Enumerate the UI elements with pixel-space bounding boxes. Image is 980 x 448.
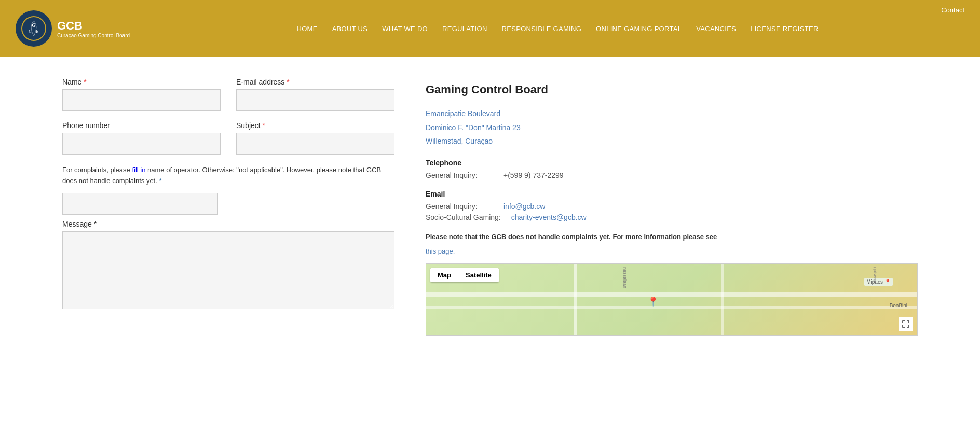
phone-label: Phone number [62,121,221,130]
subject-required: * [263,121,265,130]
complaint-fill-link[interactable]: fill in [132,166,145,174]
map-background: Mipacs 📍 BonBini gatweg nessalaan 📍 [426,264,917,335]
phone-field-group: Phone number [62,121,221,155]
notice-link[interactable]: this page. [426,247,455,255]
nav-online-gaming-portal[interactable]: ONLINE GAMING PORTAL [589,25,689,33]
message-required: * [94,220,97,228]
contact-form: Name * E-mail address * Phone number [62,78,394,336]
telephone-general-value: +(599 9) 737-2299 [503,171,564,179]
complaint-text: For complaints, please fill in name of o… [62,165,394,187]
complaint-required: * [159,177,161,185]
name-input[interactable] [62,89,221,111]
name-field-group: Name * [62,78,221,111]
notice-text: Please note that the GCB does not handle… [426,232,918,243]
message-field-group: Message * [62,220,394,311]
info-column: Gaming Control Board Emancipatie Bouleva… [426,78,918,336]
main-nav: HOME ABOUT US WHAT WE DO REGULATION RESP… [151,25,964,33]
subject-label: Subject * [236,121,394,130]
nav-what-we-do[interactable]: WHAT WE DO [375,25,435,33]
nav-regulation[interactable]: REGULATION [435,25,495,33]
telephone-general-row: General Inquiry: +(599 9) 737-2299 [426,171,918,179]
email-general-row: General Inquiry: info@gcb.cw [426,202,918,211]
telephone-general-label: General Inquiry: [426,171,493,179]
phone-subject-row: Phone number Subject * [62,121,394,155]
contact-link[interactable]: Contact [941,6,964,14]
telephone-section: Telephone General Inquiry: +(599 9) 737-… [426,159,918,179]
nav-about-us[interactable]: ABOUT US [325,25,375,33]
message-textarea[interactable] [62,231,394,309]
address-line-2: Dominico F. "Don" Martina 23 [426,121,918,135]
satellite-btn[interactable]: Satellite [458,268,499,282]
map-btn[interactable]: Map [430,268,458,282]
nav-vacancies[interactable]: VACANCIES [689,25,743,33]
email-required: * [287,78,289,86]
email-socio-row: Socio-Cultural Gaming: charity-events@gc… [426,213,918,221]
email-input[interactable] [236,89,394,111]
email-socio-value: charity-events@gcb.cw [511,213,587,221]
email-socio-link[interactable]: charity-events@gcb.cw [511,213,587,221]
subject-field-group: Subject * [236,121,394,155]
email-label: E-mail address * [236,78,394,86]
subject-input[interactable] [236,133,394,155]
nav-responsible-gaming[interactable]: RESPONSIBLE GAMING [495,25,589,33]
message-label: Message * [62,220,394,228]
complaint-input-group [62,193,218,215]
email-section: Email General Inquiry: info@gcb.cw Socio… [426,190,918,221]
complaint-input[interactable] [62,193,218,215]
email-general-value: info@gcb.cw [503,202,545,211]
phone-input[interactable] [62,133,221,155]
name-required: * [84,78,86,86]
nav-license-register[interactable]: LICENSE REGISTER [743,25,826,33]
email-general-link[interactable]: info@gcb.cw [503,202,545,211]
email-title: Email [426,190,918,198]
address-line-1: Emancipatie Boulevard [426,107,918,121]
main-content: Name * E-mail address * Phone number [0,57,980,357]
name-email-row: Name * E-mail address * [62,78,394,111]
address-block: Emancipatie Boulevard Dominico F. "Don" … [426,107,918,148]
complaint-section: For complaints, please fill in name of o… [62,165,394,215]
svg-text:C: C [29,29,31,34]
site-header: Contact G C B GCB Curaçao Gaming Control… [0,0,980,57]
email-general-label: General Inquiry: [426,202,493,211]
nav-home[interactable]: HOME [289,25,324,33]
logo-title: GCB [57,19,130,33]
address-line-3: Willemstad, Curaçao [426,134,918,148]
map-container: Mipacs 📍 BonBini gatweg nessalaan 📍 Map … [426,263,918,336]
logo-circle: G C B [16,10,52,47]
logo-subtitle: Curaçao Gaming Control Board [57,33,130,38]
map-controls: Map Satellite [430,268,499,282]
complaint-text-1: For complaints, please [62,166,132,174]
svg-text:B: B [36,29,38,34]
telephone-title: Telephone [426,159,918,167]
map-expand-btn[interactable] [899,317,913,331]
email-socio-label: Socio-Cultural Gaming: [426,213,501,221]
email-field-group: E-mail address * [236,78,394,111]
info-title: Gaming Control Board [426,83,918,96]
name-label: Name * [62,78,221,86]
logo-text: GCB Curaçao Gaming Control Board [57,19,130,38]
logo-area[interactable]: G C B GCB Curaçao Gaming Control Board [16,10,130,47]
